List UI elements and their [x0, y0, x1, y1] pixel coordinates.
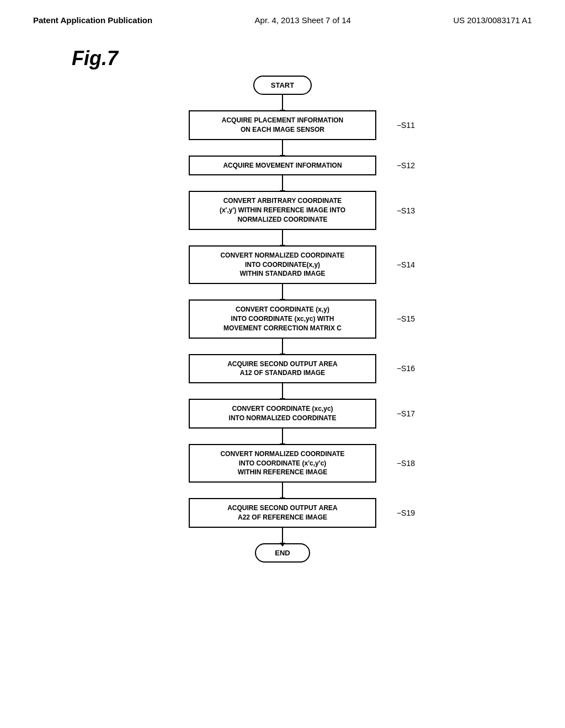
- arrow-s12-s13: [282, 175, 283, 191]
- step-s12-label: −S12: [397, 161, 415, 170]
- step-s15-box: CONVERT COORDINATE (x,y)INTO COORDINATE …: [189, 299, 376, 338]
- step-s16-wrapper: ACQUIRE SECOND OUTPUT AREAA12 OF STANDAR…: [117, 354, 448, 384]
- step-s15-wrapper: CONVERT COORDINATE (x,y)INTO COORDINATE …: [117, 299, 448, 338]
- start-oval: START: [253, 76, 312, 95]
- step-s13-wrapper: CONVERT ARBITRARY COORDINATE(x',y') WITH…: [117, 191, 448, 229]
- arrow-start-s11: [282, 95, 283, 110]
- step-s17-label: −S17: [397, 409, 415, 418]
- arrow-s19-end: [282, 528, 283, 543]
- step-s17-wrapper: CONVERT COORDINATE (xc,yc)INTO NORMALIZE…: [117, 399, 448, 429]
- step-s12-wrapper: ACQUIRE MOVEMENT INFORMATION −S12: [117, 156, 448, 176]
- arrow-s11-s12: [282, 140, 283, 156]
- arrow-s17-s18: [282, 429, 283, 444]
- step-s14-label: −S14: [397, 260, 415, 269]
- page-header: Patent Application Publication Apr. 4, 2…: [0, 0, 565, 30]
- step-s14-wrapper: CONVERT NORMALIZED COORDINATEINTO COORDI…: [117, 245, 448, 284]
- step-s14-box: CONVERT NORMALIZED COORDINATEINTO COORDI…: [189, 245, 376, 284]
- step-s11-box: ACQUIRE PLACEMENT INFORMATIONON EACH IMA…: [189, 110, 376, 140]
- main-content: Fig.7 START ACQUIRE PLACEMENT INFORMATIO…: [0, 30, 565, 563]
- step-s12-box: ACQUIRE MOVEMENT INFORMATION: [189, 156, 376, 176]
- step-s19-wrapper: ACQUIRE SECOND OUTPUT AREAA22 OF REFEREN…: [117, 498, 448, 528]
- step-s11-wrapper: ACQUIRE PLACEMENT INFORMATIONON EACH IMA…: [117, 110, 448, 140]
- step-s18-label: −S18: [397, 459, 415, 468]
- arrow-s16-s17: [282, 383, 283, 399]
- publication-date-sheet: Apr. 4, 2013 Sheet 7 of 14: [255, 15, 351, 25]
- arrow-s15-s16: [282, 339, 283, 354]
- arrow-s14-s15: [282, 284, 283, 299]
- step-s19-box: ACQUIRE SECOND OUTPUT AREAA22 OF REFEREN…: [189, 498, 376, 528]
- step-s15-label: −S15: [397, 314, 415, 323]
- arrow-s18-s19: [282, 483, 283, 498]
- step-s13-label: −S13: [397, 206, 415, 215]
- patent-number: US 2013/0083171 A1: [453, 15, 532, 25]
- step-s16-label: −S16: [397, 364, 415, 373]
- step-s16-box: ACQUIRE SECOND OUTPUT AREAA12 OF STANDAR…: [189, 354, 376, 384]
- step-s13-box: CONVERT ARBITRARY COORDINATE(x',y') WITH…: [189, 191, 376, 229]
- flowchart: START ACQUIRE PLACEMENT INFORMATIONON EA…: [117, 76, 448, 563]
- publication-type: Patent Application Publication: [33, 15, 152, 25]
- step-s17-box: CONVERT COORDINATE (xc,yc)INTO NORMALIZE…: [189, 399, 376, 429]
- arrow-s13-s14: [282, 230, 283, 245]
- figure-label: Fig.7: [72, 47, 118, 70]
- step-s11-label: −S11: [397, 121, 415, 130]
- step-s18-wrapper: CONVERT NORMALIZED COORDINATEINTO COORDI…: [117, 444, 448, 483]
- step-s19-label: −S19: [397, 508, 415, 517]
- step-s18-box: CONVERT NORMALIZED COORDINATEINTO COORDI…: [189, 444, 376, 483]
